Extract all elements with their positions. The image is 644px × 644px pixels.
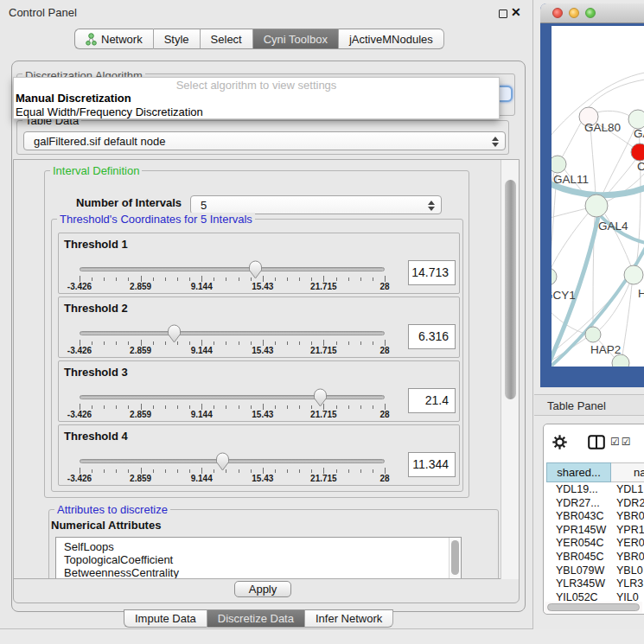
network-edge[interactable] (602, 129, 634, 196)
tick-mark (348, 405, 349, 409)
network-node-gcy1[interactable] (552, 268, 557, 285)
slider-thumb[interactable] (214, 450, 231, 472)
zoom-traffic-light[interactable] (585, 8, 596, 18)
dropdown-placeholder[interactable]: Select algorithm to view settings (14, 79, 499, 92)
dropdown-option-equal-width-frequency-discretization[interactable]: Equal Width/Frequency Discretization (16, 105, 497, 119)
tab-select[interactable]: Select (201, 29, 253, 49)
tick-mark (104, 277, 105, 281)
attributes-list[interactable]: SelfLoopsTopologicalCoefficientBetweenne… (55, 537, 462, 579)
threshold-value-field[interactable]: 14.713 (408, 260, 456, 285)
threshold-value-field[interactable]: 21.4 (408, 388, 456, 413)
column-header-name[interactable]: na (611, 462, 644, 482)
tick-mark (201, 340, 202, 346)
network-node-label: GAL11 (553, 173, 589, 186)
network-node-ga[interactable] (628, 110, 644, 129)
table-hscrollbar[interactable] (545, 602, 642, 613)
tick-mark (226, 277, 226, 281)
network-edge[interactable] (552, 207, 590, 218)
cell-shared-name: YER054C (556, 537, 604, 549)
tick-mark (92, 405, 92, 409)
cell-shared-name: YDR27... (556, 497, 600, 509)
scrollbar-thumb[interactable] (547, 603, 640, 611)
tick-label: 2.859 (111, 410, 171, 419)
close-traffic-light[interactable] (552, 8, 563, 18)
table-data-combobox[interactable]: galFiltered.sif default node (23, 131, 506, 150)
network-node-h[interactable] (624, 265, 643, 284)
slider-thumb[interactable] (247, 258, 264, 280)
slider-thumb[interactable] (312, 386, 328, 408)
column-header-shared-name[interactable]: shared... (546, 462, 611, 482)
tab-jactivemnodules[interactable]: jActiveMNodules (339, 29, 444, 49)
algorithm-dropdown-popup: Select algorithm to view settings Manual… (13, 77, 500, 119)
table-row[interactable]: YDR27...YDR2 (546, 497, 644, 511)
scrollbar-thumb[interactable] (451, 540, 459, 575)
network-node-gal11[interactable] (552, 156, 566, 173)
threshold-value-field[interactable]: 6.316 (408, 324, 456, 349)
columns-icon[interactable] (588, 435, 605, 450)
network-node-label: GCY1 (552, 289, 576, 302)
tick-label: 28 (354, 410, 415, 419)
list-scrollbar[interactable] (449, 538, 461, 579)
tick-label: -3.426 (49, 282, 110, 291)
slider-track[interactable] (80, 459, 385, 463)
float-icon[interactable] (499, 10, 507, 18)
scrollbar-thumb[interactable] (505, 180, 516, 399)
tick-mark (336, 405, 337, 409)
list-item[interactable]: TopologicalCoefficient (56, 553, 449, 566)
slider-track[interactable] (80, 331, 385, 335)
network-edge[interactable] (596, 111, 631, 117)
apply-button[interactable]: Apply (234, 581, 291, 597)
threshold-panel-1: Threshold 1-3.4262.8599.14415.4321.71528… (58, 233, 460, 294)
table-row[interactable]: YBR045CYBR0 (546, 551, 644, 564)
network-window-titlebar[interactable] (540, 3, 644, 23)
network-canvas[interactable]: GAL80GACGAL11GAL4GCY1HHAP2 (552, 26, 644, 367)
network-node-hap2[interactable] (585, 327, 601, 342)
tick-mark (226, 341, 226, 345)
gear-icon[interactable] (552, 435, 567, 450)
table-row[interactable]: YER054CYER0 (546, 537, 644, 551)
tick-mark (239, 405, 239, 409)
network-node[interactable] (612, 354, 629, 367)
tick-mark (251, 405, 252, 409)
slider-thumb[interactable] (166, 322, 182, 344)
tab-network[interactable]: Network (74, 29, 154, 49)
threshold-panel-2: Threshold 2-3.4262.8599.14415.4321.71528… (58, 296, 460, 358)
table-row[interactable]: YBR043CYBR0 (546, 510, 644, 524)
cell-shared-name: YBR045C (556, 551, 604, 563)
cell-name: YBR0 (616, 510, 644, 522)
table-row[interactable]: YBL079WYBL0 (546, 564, 644, 578)
tick-mark (80, 468, 80, 474)
table-row[interactable]: YLR345WYLR3 (546, 577, 644, 591)
table-row[interactable]: YPR145WYPR1 (546, 524, 644, 538)
close-icon[interactable]: ✕ (511, 5, 521, 19)
panel-scrollbar[interactable] (501, 160, 519, 579)
tab-discretize-data[interactable]: Discretize Data (207, 609, 305, 628)
tick-mark (177, 277, 178, 281)
tab-infer-network[interactable]: Infer Network (305, 609, 393, 628)
cyni-toolbox-panel: Discretization Algorithm Select algorith… (11, 61, 526, 612)
slider-track[interactable] (80, 395, 385, 399)
tab-cyni-toolbox[interactable]: Cyni Toolbox (253, 29, 339, 49)
number-of-intervals-combobox[interactable]: 5 (190, 195, 442, 214)
tick-label: 9.144 (171, 282, 232, 291)
tick-label: 15.43 (233, 346, 293, 355)
network-node-gal4[interactable] (585, 194, 608, 217)
select-columns-icon[interactable]: ☑☑ (610, 436, 633, 448)
network-edge[interactable] (590, 126, 596, 195)
slider-track[interactable] (80, 267, 385, 271)
minimize-traffic-light[interactable] (569, 8, 579, 18)
list-item[interactable]: SelfLoops (56, 540, 449, 553)
threshold-value-field[interactable]: 11.344 (408, 452, 456, 477)
algorithm-combo-focus-ring[interactable] (500, 86, 513, 102)
tab-impute-data[interactable]: Impute Data (124, 609, 207, 628)
dropdown-option-manual-discretization[interactable]: Manual Discretization (16, 92, 497, 105)
list-item[interactable]: BetweennessCentrality (56, 566, 449, 579)
table-row[interactable]: YDL19...YDL1 (546, 483, 644, 497)
network-edge[interactable] (562, 123, 581, 157)
tick-mark (189, 469, 190, 473)
tick-mark (153, 405, 154, 409)
tab-style[interactable]: Style (154, 29, 201, 49)
network-edge[interactable] (552, 214, 588, 269)
network-node-c[interactable] (631, 143, 644, 161)
tick-mark (201, 276, 202, 282)
